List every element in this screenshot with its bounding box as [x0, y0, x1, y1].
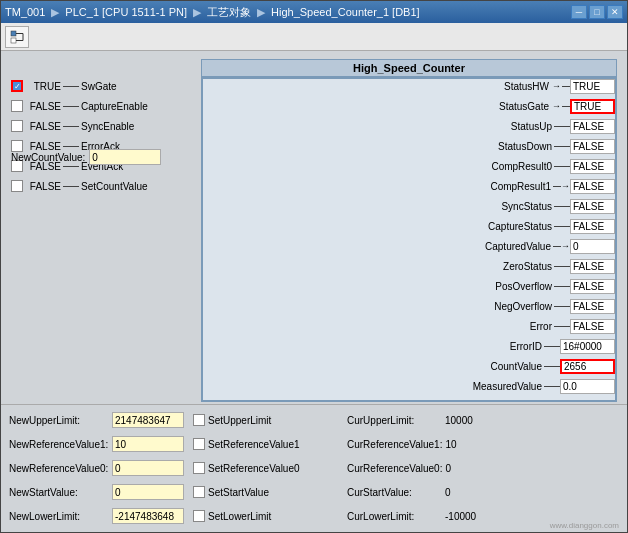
param-row-3: NewReferenceValue0: 0 SetReferenceValue0…: [9, 457, 619, 479]
param-refval1: NewReferenceValue1: 10: [9, 436, 189, 452]
cb-setrefval0[interactable]: [193, 462, 205, 474]
pin-label-capturedvalue: CapturedValue: [485, 241, 553, 252]
output-pin-capturedvalue: CapturedValue → 0: [395, 237, 615, 255]
cb-setupperlimit[interactable]: [193, 414, 205, 426]
wire-swgate: [63, 86, 79, 87]
param-setrefval0: SetReferenceValue0: [193, 462, 343, 474]
toolbar: [1, 23, 627, 51]
pin-label-compresult0: CompResult0: [491, 161, 554, 172]
label-newrefval1: NewReferenceValue1:: [9, 439, 109, 450]
param-row-2: NewReferenceValue1: 10 SetReferenceValue…: [9, 433, 619, 455]
wire-setcountvalue: [63, 186, 79, 187]
param-row-1: NewUpperLimit: 2147483647 SetUpperLimit …: [9, 409, 619, 431]
pin-label-statusup: StatusUp: [511, 121, 554, 132]
newcount-input[interactable]: 0: [89, 149, 161, 165]
checkbox-setcountvalue[interactable]: [11, 180, 23, 192]
output-pin-errorid: ErrorID 16#0000: [395, 337, 615, 355]
cb-setrefval1[interactable]: [193, 438, 205, 450]
wire-syncenable: [63, 126, 79, 127]
pin-label-statusdown: StatusDown: [498, 141, 554, 152]
output-pin-capturestatus: CaptureStatus FALSE: [395, 217, 615, 235]
label-curlowerlimit: CurLowerLimit:: [347, 511, 442, 522]
breadcrumb-1: TM_001: [5, 6, 45, 18]
input-pin-setcountvalue: FALSE SetCountValue: [11, 177, 201, 195]
checkbox-swgate[interactable]: ✓: [11, 80, 23, 92]
val-zerostatus: FALSE: [570, 259, 615, 274]
param-curupperlimit: CurUpperLimit: 10000: [347, 415, 619, 426]
maximize-button[interactable]: □: [589, 5, 605, 19]
minimize-button[interactable]: ─: [571, 5, 587, 19]
val-curstartval: 0: [445, 487, 451, 498]
val-capturedvalue: 0: [570, 239, 615, 254]
val-setcountvalue: FALSE: [25, 181, 61, 192]
pin-label-error: Error: [530, 321, 554, 332]
param-setupperlimit: SetUpperLimit: [193, 414, 343, 426]
label-newrefval0: NewReferenceValue0:: [9, 463, 109, 474]
input-newstartval[interactable]: 0: [112, 484, 184, 500]
pin-label-setcountvalue: SetCountValue: [79, 181, 148, 192]
label-newlowerlimit: NewLowerLimit:: [9, 511, 109, 522]
output-pin-statusdown: StatusDown FALSE: [395, 137, 615, 155]
newcount-label: NewCountValue:: [11, 152, 85, 163]
input-newrefval1[interactable]: 10: [112, 436, 184, 452]
close-button[interactable]: ✕: [607, 5, 623, 19]
pin-label-syncstatus: SyncStatus: [501, 201, 554, 212]
val-syncenable: FALSE: [25, 121, 61, 132]
label-curstartval: CurStartValue:: [347, 487, 442, 498]
val-countvalue: 2656: [560, 359, 615, 374]
watermark: www.dianggon.com: [550, 521, 619, 530]
output-pin-zerostatus: ZeroStatus FALSE: [395, 257, 615, 275]
pin-label-statushw: StatusHW: [504, 81, 551, 92]
pin-label-statusgate: StatusGate: [499, 101, 551, 112]
pin-label-capturestatus: CaptureStatus: [488, 221, 554, 232]
checkbox-captureenable[interactable]: [11, 100, 23, 112]
label-currefval1: CurReferenceValue1:: [347, 439, 442, 450]
val-statusdown: FALSE: [570, 139, 615, 154]
newcount-row: NewCountValue: 0: [11, 149, 161, 165]
param-setrefval1: SetReferenceValue1: [193, 438, 343, 450]
pin-label-captureenable: CaptureEnable: [79, 101, 148, 112]
wire-eventack: [63, 166, 79, 167]
main-window: TM_001 ▶ PLC_1 [CPU 1511-1 PN] ▶ 工艺对象 ▶ …: [0, 0, 628, 533]
output-pin-measuredvalue: MeasuredValue 0.0: [395, 377, 615, 395]
val-captureenable: FALSE: [25, 101, 61, 112]
output-pin-posoverflow: PosOverflow FALSE: [395, 277, 615, 295]
label-setrefval0: SetReferenceValue0: [208, 463, 300, 474]
val-syncstatus: FALSE: [570, 199, 615, 214]
input-newrefval0[interactable]: 0: [112, 460, 184, 476]
network-icon: [9, 29, 25, 45]
title-bar: TM_001 ▶ PLC_1 [CPU 1511-1 PN] ▶ 工艺对象 ▶ …: [1, 1, 627, 23]
label-setlowerlimit: SetLowerLimit: [208, 511, 271, 522]
output-pin-compresult0: CompResult0 FALSE: [395, 157, 615, 175]
param-startval: NewStartValue: 0: [9, 484, 189, 500]
svg-rect-0: [11, 31, 16, 36]
breadcrumb-2: PLC_1 [CPU 1511-1 PN]: [65, 6, 187, 18]
cb-setlowerlimit[interactable]: [193, 510, 205, 522]
pin-label-countvalue: CountValue: [490, 361, 544, 372]
val-measuredvalue: 0.0: [560, 379, 615, 394]
svg-rect-1: [11, 38, 16, 43]
title-bar-left: TM_001 ▶ PLC_1 [CPU 1511-1 PN] ▶ 工艺对象 ▶ …: [5, 5, 420, 20]
cb-setstartval[interactable]: [193, 486, 205, 498]
val-error: FALSE: [570, 319, 615, 334]
output-pin-error: Error FALSE: [395, 317, 615, 335]
val-compresult1: FALSE: [570, 179, 615, 194]
param-setlowerlimit: SetLowerLimit: [193, 510, 343, 522]
input-pin-syncenable: FALSE SyncEnable: [11, 117, 201, 135]
val-curlowerlimit: -10000: [445, 511, 476, 522]
val-capturestatus: FALSE: [570, 219, 615, 234]
param-refval0: NewReferenceValue0: 0: [9, 460, 189, 476]
pin-label-errorid: ErrorID: [510, 341, 544, 352]
pin-label-compresult1: CompResult1: [490, 181, 553, 192]
val-curupperlimit: 10000: [445, 415, 473, 426]
bottom-params: NewUpperLimit: 2147483647 SetUpperLimit …: [1, 404, 627, 532]
input-newlowerlimit[interactable]: -2147483648: [112, 508, 184, 524]
checkbox-syncenable[interactable]: [11, 120, 23, 132]
input-newupperlimit[interactable]: 2147483647: [112, 412, 184, 428]
val-swgate: TRUE: [25, 81, 61, 92]
toolbar-icon-button[interactable]: [5, 26, 29, 48]
output-pin-statusup: StatusUp FALSE: [395, 117, 615, 135]
pin-label-posoverflow: PosOverflow: [495, 281, 554, 292]
label-setrefval1: SetReferenceValue1: [208, 439, 300, 450]
output-pin-compresult1: CompResult1 → FALSE: [395, 177, 615, 195]
